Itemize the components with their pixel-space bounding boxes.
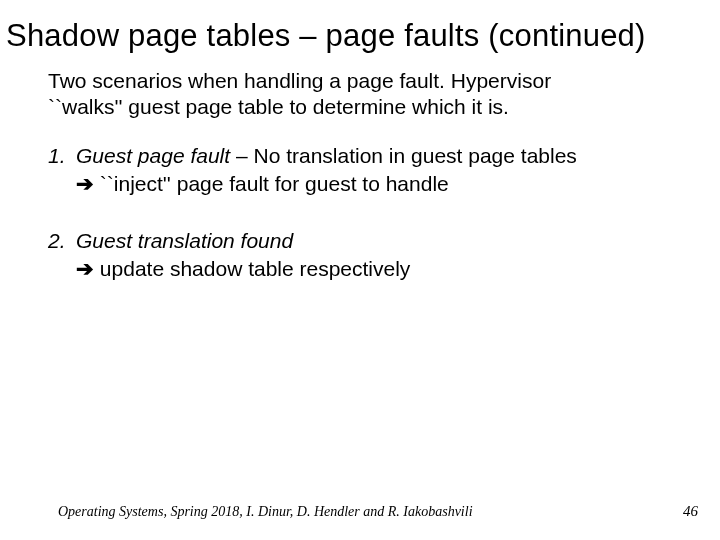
scenario-list: 1. Guest page fault – No translation in … [0,120,720,283]
list-item: 1. Guest page fault – No translation in … [48,142,672,199]
list-body: Guest page fault – No translation in gue… [76,142,577,199]
intro-text: Two scenarios when handling a page fault… [0,68,600,121]
rest-text: No translation in guest page tables [253,144,576,167]
slide: Shadow page tables – page faults (contin… [0,0,720,540]
lead-term: Guest translation found [76,229,293,252]
list-number: 1. [48,142,76,199]
cont-rest: page fault for guest to handle [177,172,449,195]
list-item: 2. Guest translation found ➔ update shad… [48,227,672,284]
arrow-icon: ➔ [76,172,94,195]
list-body: Guest translation found ➔ update shadow … [76,227,410,284]
cont-prefix: ``inject'' [94,172,177,195]
footer-credits: Operating Systems, Spring 2018, I. Dinur… [58,504,473,520]
lead-term: Guest page fault [76,144,230,167]
arrow-icon: ➔ [76,257,94,280]
cont-rest: update shadow table respectively [100,257,411,280]
list-number: 2. [48,227,76,284]
dash: – [230,144,253,167]
slide-title: Shadow page tables – page faults (contin… [0,0,720,68]
page-number: 46 [683,503,698,520]
